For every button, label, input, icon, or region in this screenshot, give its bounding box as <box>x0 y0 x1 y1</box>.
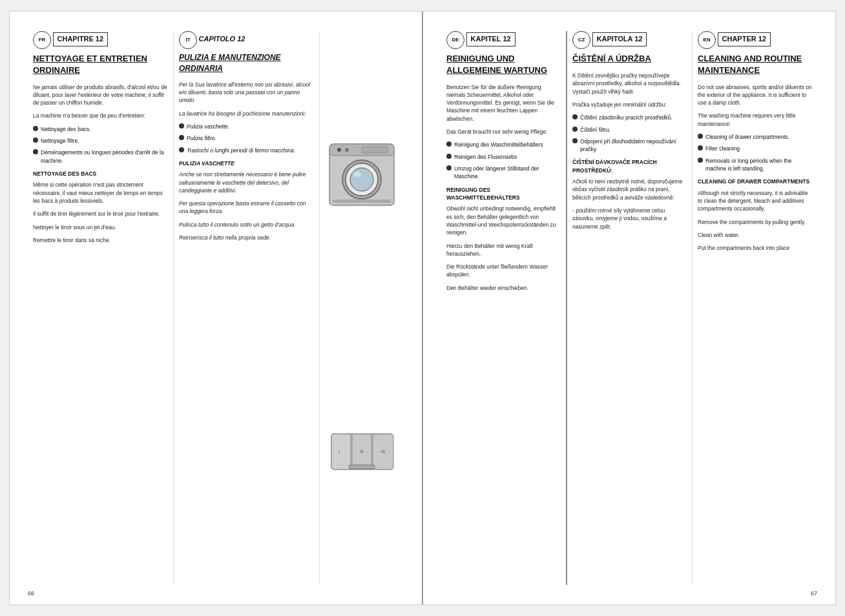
col-fr: FR CHAPITRE 12 NETTOYAGE ET ENTRETIEN OR… <box>28 31 174 585</box>
chapter-title-de: KAPITEL 12 <box>466 32 516 46</box>
left-page-content: FR CHAPITRE 12 NETTOYAGE ET ENTRETIEN OR… <box>28 31 404 585</box>
section2-text2-en: Remove the compartments by pulling gentl… <box>698 218 812 226</box>
sub-intro-fr: La machine n'a besoin que de peu d'entre… <box>33 112 168 119</box>
bullet-dot <box>572 114 578 119</box>
left-page: FR CHAPITRE 12 NETTOYAGE ET ENTRETIEN OR… <box>9 11 423 605</box>
intro-text-it: Per la Sua lavatrice all'esterno non usi… <box>179 81 314 105</box>
bullet-dot <box>179 123 184 128</box>
section-heading-cz: ČIŠTĚNÍ A ÚDRŽBA <box>572 53 687 65</box>
section2-text-cz: Ačkoli to není nezbytně nutné, doporučuj… <box>572 178 687 201</box>
svg-point-2 <box>337 148 341 152</box>
section2-text-it: Anche se non strettamente necessario é b… <box>179 170 314 194</box>
right-page-content: DE KAPITEL 12 REINIGUNG UND ALLGEMEINE W… <box>441 31 817 585</box>
washing-machine-svg <box>326 138 397 209</box>
svg-rect-4 <box>362 147 388 153</box>
section2-heading-cz: ČIŠTĚNÍ DÁVKOVAČE PRACÍCH PROSTŘEDKŮ: <box>572 158 687 174</box>
intro-text-de: Benutzen Sie für die äußere Reinigung ni… <box>446 83 561 123</box>
washing-machine-image <box>326 138 397 209</box>
bullet-de-3: Umzug oder längerer Stillstand der Masch… <box>446 165 561 181</box>
bullet-dot <box>33 126 38 131</box>
col-it: IT CAPITOLO 12 PULIZIA E MANUTENZIONE OR… <box>174 31 320 585</box>
bullet-de-2: Reinigen des Flusensiebs <box>446 153 561 161</box>
sub-intro-it: La lavatrice ha bisogno di pochissime ma… <box>179 110 314 118</box>
svg-text:III: III <box>381 449 385 454</box>
sub-intro-de: Das Gerät braucht nur sehr wenig Pflege: <box>446 128 561 136</box>
drawer-image: I II III <box>326 421 397 479</box>
section2-text4-it: Reinserisca il tutto nella propria sede. <box>179 234 314 241</box>
section-heading-fr: NETTOYAGE ET ENTRETIEN ORDINAIRE <box>33 53 168 76</box>
bullet-dot <box>698 158 703 163</box>
sub-intro-cz: Pračka vyžaduje jen minimální údržbu: <box>572 101 687 108</box>
section2-text3-fr: Nettoyer le tiroir sous un jet d'eau. <box>33 223 168 231</box>
svg-point-3 <box>345 148 349 152</box>
bullet-fr-2: Nettoyage filtre. <box>33 137 168 145</box>
bullet-dot <box>33 138 38 143</box>
drawer-svg: I II III <box>326 421 397 479</box>
svg-rect-11 <box>331 434 351 469</box>
svg-point-7 <box>350 168 373 191</box>
intro-text-en: Do not use abrasives, spirits and/or dil… <box>698 83 812 107</box>
section2-text4-de: Den Behälter wieder einschieben. <box>446 284 561 292</box>
bullet-dot <box>179 147 184 152</box>
page-number-right: 67 <box>811 590 817 597</box>
bullet-it-2: Pulizia filtro. <box>179 134 314 142</box>
bullet-cz-3: Odpojení při dlouhodobém nepoužívání pra… <box>572 138 687 154</box>
section2-text3-it: Pulisca tutto il contenuto sotto un gett… <box>179 221 314 229</box>
section2-text-de: Obwohl nicht unbedingt notwendig, empfie… <box>446 205 561 236</box>
bullet-en-2: Filter cleaning <box>698 145 812 152</box>
bullet-dot <box>33 149 38 154</box>
chapter-title-it: CAPITOLO 12 <box>199 33 245 46</box>
bullet-dot <box>446 154 452 159</box>
chapter-title-fr: CHAPITRE 12 <box>53 32 109 46</box>
section2-text3-en: Clean with water. <box>698 231 812 239</box>
section2-heading-it: PULIZIA VASCHETTE <box>179 159 314 167</box>
bullet-fr-1: Nettoyage des bacs. <box>33 125 168 133</box>
section2-text4-en: Put the compartments back into place <box>698 244 812 252</box>
bullet-dot <box>572 138 578 143</box>
lang-badge-it: IT <box>179 31 197 49</box>
section2-text2-fr: Il suffit de tirer légèrement sur le tir… <box>33 210 168 218</box>
chapter-title-en: CHAPTER 12 <box>718 32 771 46</box>
right-page: DE KAPITEL 12 REINIGUNG UND ALLGEMEINE W… <box>423 11 836 605</box>
section-heading-de: REINIGUNG UND ALLGEMEINE WARTUNG <box>446 53 561 76</box>
page-number-left: 66 <box>28 590 34 597</box>
lang-badge-fr: FR <box>33 31 51 49</box>
col-de: DE KAPITEL 12 REINIGUNG UND ALLGEMEINE W… <box>441 31 567 585</box>
col-en: EN CHAPTER 12 CLEANING AND ROUTINE MAINT… <box>693 31 817 585</box>
section-heading-it: PULIZIA E MANUTENZIONE ORDINARIA <box>179 52 314 74</box>
bullet-dot <box>698 134 703 139</box>
section2-text3-de: Die Rückstände unter fließendem Wasser a… <box>446 263 561 279</box>
col-cz: CZ KAPITOLA 12 ČIŠTĚNÍ A ÚDRŽBA K čištěn… <box>567 31 693 585</box>
svg-text:II: II <box>360 449 363 455</box>
bullet-cz-1: Čištění zásobníku pracích prostředků. <box>572 114 687 121</box>
images-col: I II III <box>320 31 404 585</box>
section2-text2-cz: - použitím mírné síly vytáhneme celou zá… <box>572 207 687 231</box>
bullet-en-1: Cleaning of drawer compartments. <box>698 133 812 141</box>
bullet-dot <box>572 127 578 132</box>
lang-badge-cz: CZ <box>572 31 590 49</box>
section2-heading-en: CLEANING OF DRAWER COMPARTMENTS <box>698 178 812 185</box>
svg-rect-9 <box>333 200 391 203</box>
bullet-dot <box>446 141 452 147</box>
bullet-dot <box>446 165 452 170</box>
bullet-cz-2: Čištění filtru. <box>572 126 687 134</box>
chapter-title-cz: KAPITOLA 12 <box>592 32 647 46</box>
intro-text-fr: Ne jamais utiliser de produits abrasifs,… <box>33 83 168 107</box>
section2-text4-fr: Remettre le tiroir dans sa niche. <box>33 236 168 244</box>
lang-badge-de: DE <box>446 31 464 49</box>
svg-point-8 <box>353 172 361 177</box>
lang-badge-en: EN <box>698 31 716 49</box>
sub-intro-en: The washing machine requires very little… <box>698 112 812 128</box>
bullet-fr-3: Déménagements ou longues périodes d'arrê… <box>33 149 168 165</box>
section2-text-fr: Même si cette opération n'est pas strict… <box>33 181 168 205</box>
bullet-dot <box>698 145 703 150</box>
svg-rect-17 <box>349 465 375 469</box>
section2-heading-de: REINIGUNG DES WASCHMITTELBEHÄLTERS <box>446 186 561 202</box>
section2-text2-it: Per questa operazione basta estrarre il … <box>179 200 314 216</box>
page-spread: FR CHAPITRE 12 NETTOYAGE ET ENTRETIEN OR… <box>9 11 836 605</box>
section-heading-en: CLEANING AND ROUTINE MAINTENANCE <box>698 53 812 76</box>
section2-text-en: Although not strictly necessary, it is a… <box>698 189 812 213</box>
svg-text:I: I <box>339 449 340 455</box>
bullet-de-1: Reinigung des Waschmittelbehälters <box>446 141 561 149</box>
bullet-it-3: Traslochi o lunghi periodi di fermo macc… <box>179 147 314 154</box>
